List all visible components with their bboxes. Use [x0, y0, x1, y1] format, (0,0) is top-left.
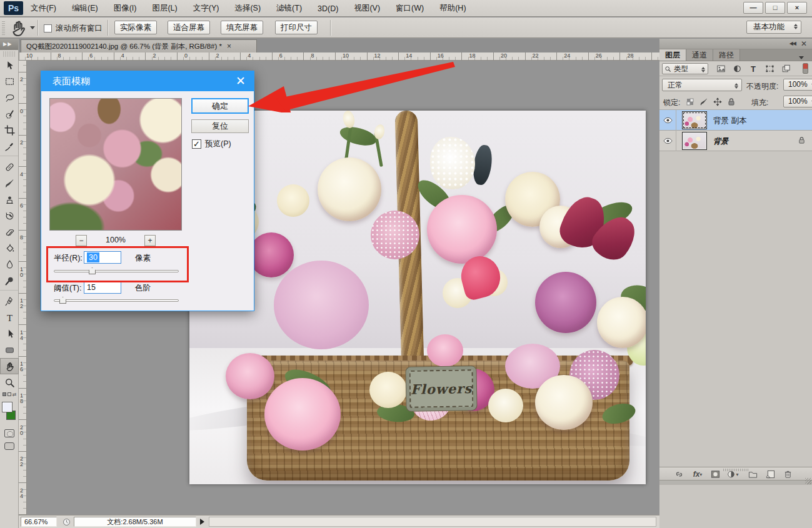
toolbar-grip[interactable] [3, 51, 15, 57]
menu-image[interactable]: 图像(I) [112, 2, 139, 15]
ok-button[interactable]: 确定 [191, 98, 249, 114]
shape-filter-icon[interactable] [763, 64, 776, 74]
threshold-input[interactable]: 15 [84, 281, 121, 294]
tool-dodge[interactable] [0, 272, 19, 289]
menu-window[interactable]: 窗口(W) [394, 2, 426, 15]
tool-crop[interactable] [0, 122, 19, 138]
tool-eyedropper[interactable] [0, 138, 19, 154]
layer-filter-type-select[interactable]: 类型 [662, 63, 708, 74]
hand-tool-option[interactable] [9, 20, 35, 36]
status-expand-icon[interactable] [200, 519, 204, 525]
new-group-icon[interactable] [746, 469, 759, 479]
panel-collapse-icon[interactable]: ◀◀ [789, 41, 796, 46]
tool-eraser[interactable] [0, 224, 19, 240]
dialog-title-bar[interactable]: 表面模糊 ✕ [41, 71, 254, 91]
slider-thumb[interactable] [59, 297, 66, 304]
tool-clone-stamp[interactable] [0, 191, 19, 207]
document-tab[interactable]: QQ截图20201119002140.jpg @ 66.7% (背景 副本, R… [21, 39, 257, 52]
tool-lasso[interactable] [0, 89, 19, 106]
slider-track[interactable] [54, 299, 179, 302]
quick-mask-button[interactable] [4, 429, 14, 437]
screen-mode-button[interactable] [4, 442, 14, 450]
threshold-slider[interactable] [54, 297, 179, 304]
actual-pixels-button[interactable]: 实际像素 [114, 21, 157, 34]
tool-spot-healing[interactable] [0, 159, 19, 175]
tool-rectangular-marquee[interactable] [0, 73, 19, 89]
preview-checkbox[interactable]: ✓ [192, 139, 201, 149]
blend-mode-select[interactable]: 正常 [662, 79, 742, 91]
maximize-button[interactable]: □ [765, 2, 785, 14]
tool-quick-selection[interactable] [0, 106, 19, 122]
layer-name[interactable]: 背景 副本 [713, 116, 746, 126]
smart-object-filter-icon[interactable] [779, 64, 792, 74]
layer-name[interactable]: 背景 [713, 136, 728, 147]
reset-button[interactable]: 复位 [191, 119, 249, 133]
tool-pen[interactable] [0, 293, 19, 309]
layer-row-background-copy[interactable]: 背景 副本 [659, 110, 812, 131]
lock-position-icon[interactable] [712, 97, 723, 107]
tab-paths[interactable]: 路径 [713, 49, 740, 61]
slider-thumb[interactable] [89, 267, 96, 274]
tool-history-brush[interactable] [0, 207, 19, 224]
layer-thumbnail[interactable] [682, 132, 707, 150]
menu-file[interactable]: 文件(F) [29, 2, 58, 15]
tab-channels[interactable]: 通道 [686, 49, 713, 61]
menu-edit[interactable]: 编辑(E) [70, 2, 100, 15]
layer-thumbnail[interactable] [682, 111, 707, 129]
dialog-close-icon[interactable]: ✕ [236, 71, 246, 91]
tool-paint-bucket[interactable] [0, 240, 19, 256]
opacity-field[interactable]: 100% [783, 79, 812, 91]
toolbar-collapse[interactable]: ▶▶ [0, 39, 18, 50]
menu-3d[interactable]: 3D(D) [316, 3, 340, 14]
menu-help[interactable]: 帮助(H) [438, 2, 468, 15]
scroll-all-windows-option[interactable]: 滚动所有窗口 [44, 23, 103, 34]
minimize-button[interactable]: — [743, 2, 763, 14]
adjustment-filter-icon[interactable] [731, 64, 743, 74]
tool-shape[interactable] [0, 342, 19, 358]
fill-field[interactable]: 100% [783, 96, 812, 107]
tool-hand[interactable] [0, 358, 19, 374]
add-mask-icon[interactable] [708, 469, 722, 479]
menu-view[interactable]: 视图(V) [352, 2, 382, 15]
slider-track[interactable] [54, 270, 179, 272]
panel-close-icon[interactable]: ✕ [801, 39, 807, 48]
visibility-toggle[interactable] [659, 131, 676, 151]
menu-select[interactable]: 选择(S) [233, 2, 263, 15]
resize-grip-icon[interactable] [805, 478, 811, 484]
radius-slider[interactable] [54, 267, 179, 274]
menu-layer[interactable]: 图层(L) [150, 2, 179, 15]
tool-brush[interactable] [0, 175, 19, 191]
blur-preview-image[interactable] [49, 98, 182, 231]
menu-filter[interactable]: 滤镜(T) [274, 2, 304, 15]
print-size-button[interactable]: 打印尺寸 [275, 21, 318, 34]
workspace-selector[interactable]: 基本功能 [746, 21, 801, 34]
lock-all-icon[interactable] [726, 97, 737, 107]
tool-move[interactable] [0, 57, 19, 73]
tab-close-icon[interactable]: × [227, 42, 231, 51]
preview-option[interactable]: ✓ 预览(P) [192, 139, 231, 149]
type-filter-icon[interactable]: T [747, 64, 759, 74]
radius-input[interactable]: 30 [84, 251, 121, 264]
menu-type[interactable]: 文字(Y) [191, 2, 221, 15]
layer-effects-icon[interactable]: fx▾ [691, 469, 704, 479]
visibility-toggle[interactable] [659, 110, 676, 131]
scroll-all-windows-checkbox[interactable] [44, 24, 52, 32]
zoom-out-button[interactable]: − [76, 235, 87, 246]
layer-row-background[interactable]: 背景 [659, 131, 812, 151]
new-adjustment-icon[interactable]: ▾ [726, 469, 739, 479]
pixel-filter-icon[interactable] [714, 64, 727, 74]
zoom-level-field[interactable]: 66.67% [21, 517, 57, 527]
fit-screen-button[interactable]: 适合屏幕 [168, 21, 210, 34]
foreground-color-swatch[interactable] [2, 402, 13, 412]
fill-screen-button[interactable]: 填充屏幕 [221, 21, 263, 34]
tab-layers[interactable]: 图层 [659, 49, 686, 61]
tool-type[interactable]: T [0, 309, 19, 326]
tool-blur[interactable] [0, 256, 19, 272]
lock-transparency-icon[interactable] [684, 97, 696, 107]
tool-path-selection[interactable] [0, 326, 19, 342]
link-layers-icon[interactable] [672, 469, 686, 479]
close-button[interactable]: × [787, 2, 807, 14]
filter-toggle[interactable] [803, 63, 808, 74]
lock-pixels-icon[interactable] [698, 97, 709, 107]
default-swap-colors-icon[interactable]: ⇄ [0, 391, 19, 398]
